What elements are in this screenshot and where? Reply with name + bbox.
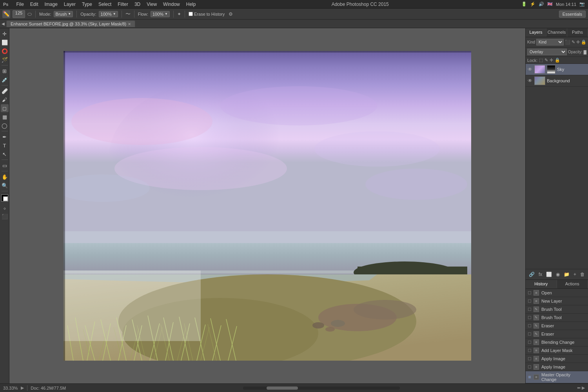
bg-visibility-toggle[interactable]: 👁 bbox=[527, 78, 533, 83]
path-select-tool[interactable]: ↖ bbox=[1, 150, 9, 158]
blend-mode-select[interactable]: Overlay bbox=[527, 49, 567, 55]
add-mask-btn[interactable]: ⬜ bbox=[545, 271, 553, 278]
tab-back-arrow[interactable]: ◀ bbox=[2, 22, 5, 26]
new-layer-btn[interactable]: + bbox=[573, 271, 577, 278]
status-arrow[interactable]: ▶ bbox=[21, 385, 24, 390]
layer-background[interactable]: 👁 Background bbox=[526, 75, 588, 87]
spot-healing-tool[interactable]: 🩹 bbox=[1, 87, 9, 95]
zoom-tool[interactable]: 🔍 bbox=[1, 181, 9, 189]
kind-label: Kind bbox=[527, 40, 535, 44]
foreground-color[interactable] bbox=[1, 194, 8, 201]
pen-tool[interactable]: ✒ bbox=[1, 133, 9, 141]
new-group-btn[interactable]: 📁 bbox=[563, 271, 570, 278]
menu-file[interactable]: File bbox=[13, 1, 27, 8]
magic-wand-tool[interactable]: 🪄 bbox=[1, 56, 9, 64]
scroll-track[interactable] bbox=[243, 387, 400, 390]
menu-layer[interactable]: Layer bbox=[61, 1, 79, 8]
history-item-blend-change[interactable]: ≡ Blending Change bbox=[526, 338, 588, 347]
lasso-tool[interactable]: ⭕ bbox=[1, 47, 9, 55]
erase-to-history-checkbox[interactable]: Erase to History bbox=[189, 12, 225, 16]
gradient-tool[interactable]: ▦ bbox=[1, 113, 9, 121]
menu-view[interactable]: View bbox=[143, 1, 160, 8]
history-bullet-eraser1 bbox=[528, 324, 531, 327]
background-color[interactable] bbox=[3, 196, 8, 201]
menu-select[interactable]: Select bbox=[95, 1, 114, 8]
eraser-tool-icon[interactable]: ✏️ bbox=[2, 10, 10, 18]
history-label-add-mask: Add Layer Mask bbox=[541, 348, 572, 353]
history-item-brush2[interactable]: ✎ Brush Tool bbox=[526, 314, 588, 322]
tab-paths[interactable]: Paths bbox=[567, 28, 588, 37]
history-icon-add-mask: ≡ bbox=[534, 348, 539, 353]
tab-actions[interactable]: Actions bbox=[557, 280, 588, 289]
history-panel: History Actions ≡ Open ≡ New Layer ✎ bbox=[526, 279, 588, 383]
type-tool[interactable]: T bbox=[1, 142, 9, 149]
filter-icons[interactable]: ⬛ ✎ ✛ 🔒 bbox=[565, 40, 586, 45]
brush-size-display[interactable]: 125 bbox=[13, 10, 25, 18]
erase-history-check[interactable] bbox=[189, 12, 193, 16]
history-label-apply2: Apply Image bbox=[541, 365, 565, 369]
canvas-area[interactable] bbox=[9, 28, 525, 383]
settings-icon[interactable]: ⚙ bbox=[229, 11, 233, 17]
history-item-new-layer[interactable]: ≡ New Layer bbox=[526, 297, 588, 305]
tab-history[interactable]: History bbox=[526, 280, 557, 289]
move-tool[interactable]: ✛ bbox=[1, 30, 9, 38]
history-item-apply1[interactable]: ≡ Apply Image bbox=[526, 355, 588, 363]
menu-filter[interactable]: Filter bbox=[114, 1, 131, 8]
tab-title: Enhance Sunset BEFORE.jpg @ 33.3% (Sky, … bbox=[11, 22, 126, 26]
history-item-brush1[interactable]: ✎ Brush Tool bbox=[526, 305, 588, 314]
lock-move-icon[interactable]: ✛ bbox=[550, 58, 553, 63]
opacity-label: Opacity: bbox=[80, 12, 96, 16]
essentials-button[interactable]: Essentials bbox=[559, 11, 586, 18]
history-label-brush1: Brush Tool bbox=[541, 307, 562, 312]
history-item-eraser2[interactable]: ✎ Eraser bbox=[526, 330, 588, 338]
tab-layers[interactable]: Layers bbox=[526, 28, 546, 37]
layer-sky[interactable]: 👁 Sky bbox=[526, 64, 588, 75]
layer-kind-select[interactable]: Kind bbox=[536, 39, 564, 45]
crop-tool[interactable]: ⊞ bbox=[1, 67, 9, 75]
status-divider bbox=[27, 385, 27, 391]
history-item-eraser1[interactable]: ✎ Eraser bbox=[526, 322, 588, 330]
history-item-open[interactable]: ≡ Open bbox=[526, 289, 588, 297]
screen-mode-btn[interactable]: ⬛ bbox=[1, 212, 9, 220]
menu-window[interactable]: Window bbox=[160, 1, 183, 8]
history-label-brush2: Brush Tool bbox=[541, 315, 562, 320]
lock-transparent-icon[interactable]: ⬚ bbox=[539, 58, 543, 63]
svg-point-52 bbox=[312, 322, 324, 328]
marquee-tool[interactable]: ⬜ bbox=[1, 38, 9, 46]
history-icon-brush2: ✎ bbox=[534, 315, 539, 320]
document-tab[interactable]: Enhance Sunset BEFORE.jpg @ 33.3% (Sky, … bbox=[6, 20, 135, 27]
brush-tool[interactable]: 🖌 bbox=[1, 96, 9, 103]
eyedropper-tool[interactable]: 💉 bbox=[1, 76, 9, 83]
eraser-tool[interactable]: ◻ bbox=[1, 104, 9, 112]
menu-3d[interactable]: 3D bbox=[131, 1, 143, 8]
dodge-tool[interactable]: ◯ bbox=[1, 122, 9, 129]
history-item-apply2[interactable]: ≡ Apply Image bbox=[526, 363, 588, 371]
sky-visibility-toggle[interactable]: 👁 bbox=[527, 67, 533, 72]
link-layers-btn[interactable]: 🔗 bbox=[528, 271, 535, 278]
lock-paint-icon[interactable]: ✎ bbox=[544, 58, 548, 63]
tab-channels[interactable]: Channels bbox=[546, 28, 567, 37]
hand-tool[interactable]: ✋ bbox=[1, 173, 9, 181]
delete-layer-btn[interactable]: 🗑 bbox=[579, 271, 586, 278]
lock-all-icon[interactable]: 🔒 bbox=[555, 58, 560, 63]
history-item-add-mask[interactable]: ≡ Add Layer Mask bbox=[526, 347, 588, 355]
tab-close-icon[interactable]: ✕ bbox=[128, 22, 131, 26]
menu-help[interactable]: Help bbox=[183, 1, 199, 8]
opacity-selector[interactable]: 100% ▼ bbox=[99, 11, 118, 17]
shape-tool[interactable]: ▭ bbox=[1, 162, 9, 169]
menu-image[interactable]: Image bbox=[42, 1, 61, 8]
status-right-icons: ⬅ ▶ bbox=[577, 385, 585, 390]
fx-btn[interactable]: fx bbox=[538, 271, 543, 278]
mode-selector[interactable]: Brush ▼ bbox=[54, 11, 73, 17]
new-adjustment-btn[interactable]: ◉ bbox=[555, 271, 561, 278]
opacity-row-value[interactable]: ▓ bbox=[584, 50, 586, 54]
menu-edit[interactable]: Edit bbox=[27, 1, 42, 8]
brush-picker-icon[interactable]: ⬭ bbox=[27, 11, 32, 17]
history-label-open: Open bbox=[541, 290, 552, 295]
flow-selector[interactable]: 100% ▼ bbox=[151, 11, 170, 17]
quick-mask-btn[interactable]: ⬦ bbox=[1, 204, 9, 212]
status-bar: 33.33% ▶ Doc: 46.2M/77.5M ⬅ ▶ bbox=[0, 383, 588, 392]
menu-type[interactable]: Type bbox=[79, 1, 95, 8]
history-item-master-opacity[interactable]: ≡ Master Opacity Change bbox=[526, 371, 588, 383]
scroll-thumb[interactable] bbox=[267, 387, 298, 390]
